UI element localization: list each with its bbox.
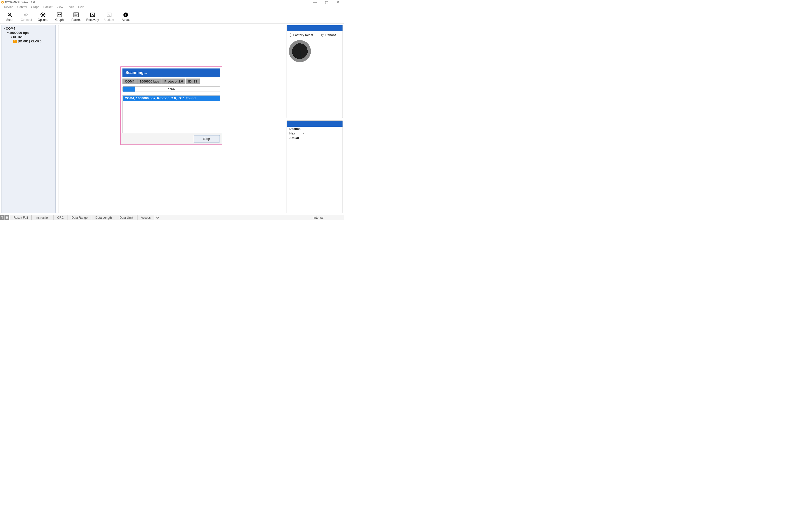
menu-help[interactable]: Help — [76, 5, 86, 9]
info-icon: i — [123, 12, 129, 18]
update-icon — [106, 12, 112, 18]
right-column: Factory Reset Reboot Decimal - Hex - — [287, 25, 343, 213]
status-instruction[interactable]: Instruction — [32, 215, 53, 220]
toolbar-label: Options — [38, 18, 48, 22]
status-crc[interactable]: CRC — [53, 215, 68, 220]
svg-line-13 — [44, 13, 45, 14]
app-icon — [1, 1, 4, 4]
connect-icon — [24, 12, 29, 18]
menu-device[interactable]: Device — [2, 5, 15, 9]
tree-label: COM4 — [6, 27, 15, 30]
about-button[interactable]: i About — [117, 10, 134, 23]
found-list[interactable]: COM4, 1000000 bps, Protocol 2.0, ID: 1 F… — [122, 95, 220, 133]
value-panel: Decimal - Hex - Actual - — [287, 120, 343, 213]
value-label: Hex — [289, 132, 303, 135]
button-label: Reboot — [325, 33, 336, 37]
value-row-actual: Actual - — [287, 136, 342, 140]
tree-port[interactable]: ▾ COM4 — [2, 26, 55, 30]
skip-button[interactable]: Skip — [194, 135, 220, 142]
toolbar-label: Update — [105, 18, 114, 22]
value-value: - — [303, 132, 304, 135]
value-label: Decimal — [289, 127, 303, 131]
toolbar-label: Packet — [71, 18, 81, 22]
scan-button[interactable]: + Scan — [1, 10, 18, 23]
graph-icon — [57, 12, 62, 18]
value-label: Actual — [289, 136, 303, 140]
scanning-dialog: Scanning... COM4 1000000 bps Protocol 2.… — [120, 66, 222, 145]
toolbar-label: Scan — [6, 18, 13, 22]
control-panel-header — [287, 25, 342, 31]
dialog-title: Scanning... — [122, 68, 220, 77]
toolbar-label: Recovery — [86, 18, 99, 22]
svg-rect-17 — [74, 15, 78, 15]
button-label: Factory Reset — [293, 33, 313, 37]
menu-view[interactable]: View — [54, 5, 65, 9]
options-button[interactable]: Options — [35, 10, 51, 23]
status-data-length[interactable]: Data Length — [92, 215, 115, 220]
factory-reset-button[interactable]: Factory Reset — [288, 33, 314, 37]
scan-params: COM4 1000000 bps Protocol 2.0 ID: 33 — [122, 78, 220, 84]
progress-label: 13% — [123, 87, 220, 92]
packet-icon — [73, 12, 79, 18]
chevron-down-icon[interactable]: ▾ — [6, 31, 9, 34]
svg-rect-18 — [74, 15, 77, 16]
connect-button[interactable]: Connect — [18, 10, 35, 23]
packet-button[interactable]: Packet — [68, 10, 84, 23]
maximize-icon[interactable]: ▢ — [324, 0, 329, 4]
found-item[interactable]: COM4, 1000000 bps, Protocol 2.0, ID: 1 F… — [123, 95, 220, 101]
status-data-range[interactable]: Data Range — [68, 215, 91, 220]
tree-label: XL-320 — [13, 35, 24, 39]
rx-indicator: R — [5, 215, 9, 220]
interval-label: Interval: — [313, 215, 344, 220]
value-row-hex: Hex - — [287, 131, 342, 136]
svg-line-12 — [41, 16, 42, 17]
svg-line-3 — [10, 15, 12, 17]
device-tree[interactable]: ▾ COM4 ▾ 1000000 bps ▾ XL-320 [ID:001] X… — [1, 25, 56, 213]
menu-bar: Device Control Graph Packet View Tools H… — [0, 4, 344, 9]
status-access[interactable]: Access — [137, 215, 155, 220]
scan-protocol-tag: Protocol 2.0 — [162, 78, 185, 84]
tree-model[interactable]: ▾ XL-320 — [2, 35, 55, 39]
cube-icon — [289, 33, 292, 37]
status-result-fail[interactable]: Result Fail — [10, 215, 31, 220]
update-button[interactable]: Update — [101, 10, 117, 23]
tree-label: 1000000 bps — [9, 31, 29, 35]
chevron-down-icon[interactable]: ▾ — [3, 27, 6, 30]
recovery-icon — [90, 12, 95, 18]
menu-tools[interactable]: Tools — [65, 5, 76, 9]
value-value: - — [303, 136, 304, 140]
svg-point-5 — [42, 14, 44, 16]
recovery-button[interactable]: Recovery — [84, 10, 101, 23]
close-icon[interactable]: ✕ — [336, 0, 340, 4]
control-panel: Factory Reset Reboot — [287, 25, 343, 118]
value-value: - — [303, 127, 304, 131]
status-data-limit[interactable]: Data Limit — [116, 215, 137, 220]
graph-button[interactable]: Graph — [51, 10, 68, 23]
reboot-button[interactable]: Reboot — [315, 33, 341, 37]
chevron-down-icon[interactable]: ▾ — [10, 36, 13, 38]
title-bar: DYNAMIXEL Wizard 2.0 — ▢ ✕ — [0, 0, 344, 4]
tree-label: [ID:001] XL-320 — [18, 39, 41, 43]
minimize-icon[interactable]: — — [313, 0, 317, 4]
tree-device[interactable]: [ID:001] XL-320 — [2, 39, 55, 43]
position-dial[interactable] — [289, 40, 311, 62]
svg-line-11 — [44, 16, 45, 17]
toolbar: + Scan Connect Options Graph Packet Reco… — [0, 9, 344, 24]
svg-point-1 — [2, 2, 3, 3]
tree-baud[interactable]: ▾ 1000000 bps — [2, 30, 55, 35]
scan-port-tag: COM4 — [122, 78, 137, 84]
power-icon — [321, 33, 324, 37]
menu-control[interactable]: Control — [15, 5, 29, 9]
toolbar-label: Connect — [21, 18, 32, 22]
svg-text:i: i — [125, 13, 126, 17]
menu-graph[interactable]: Graph — [29, 5, 41, 9]
servo-icon — [13, 40, 17, 43]
scan-icon: + — [7, 12, 13, 18]
menu-packet[interactable]: Packet — [41, 5, 55, 9]
scan-id-tag: ID: 33 — [186, 78, 200, 84]
scan-progress: 13% — [122, 86, 220, 92]
value-row-decimal: Decimal - — [287, 127, 342, 131]
status-bar: T R Result Fail Instruction CRC Data Ran… — [0, 215, 344, 220]
tx-indicator: T — [0, 215, 4, 220]
refresh-icon[interactable]: ⟳ — [154, 215, 161, 220]
